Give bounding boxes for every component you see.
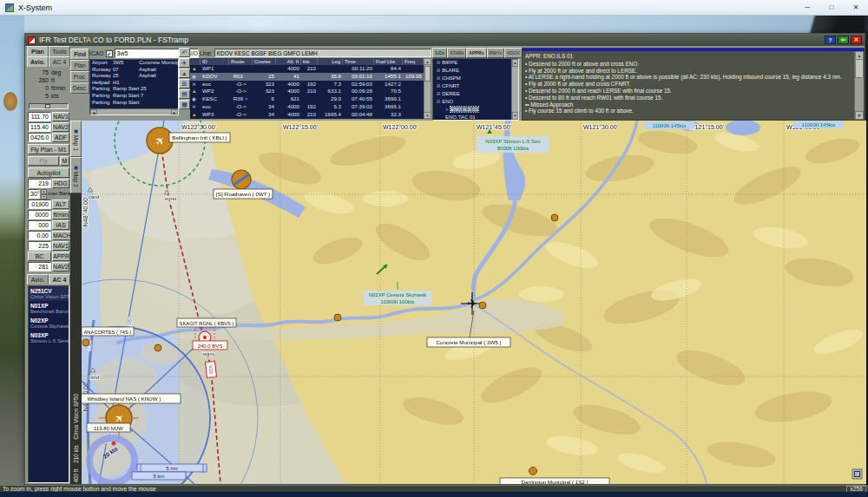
flight-plan-row[interactable]: ✈eoc-O->3440001926.307:39:023666.1 [190,103,424,111]
help-button[interactable]: ? [825,36,836,44]
os-minimize-button[interactable]: ─ [795,0,819,15]
concrete-airport-icon[interactable] [479,302,486,309]
tab-tools[interactable]: Tools [49,46,70,56]
tab-desc[interactable]: Desc. [70,82,89,94]
bellingham-airport-icon[interactable]: ✈ [147,128,173,154]
aircraft-list-item[interactable]: N01XPBeechcraft Baron 5 [29,301,69,316]
ap-alt-value[interactable]: 01900 [28,199,51,209]
scroll-up-icon[interactable]: ▲ [424,59,431,65]
tab-avio-lower[interactable]: Avio. [27,274,49,284]
map-zoom-slider[interactable] [29,103,69,109]
tab-map1[interactable]: ▣ Map 1 [70,121,82,157]
flight-plan-row[interactable]: ▲WP3-O->3440002101695.400:04:4832.3 [190,111,424,119]
scrollbar-thumb[interactable] [424,66,431,82]
description-scrollbar[interactable]: ▲▼ [854,51,864,120]
add-navaid-icon[interactable]: ▲ [179,69,190,78]
tab-proc[interactable]: Proc. [70,71,89,82]
expand-icon[interactable]: ⊞ [437,83,440,88]
ap-vs-value[interactable]: 0000 [28,210,51,219]
tree-item-expanded[interactable]: ⊟ENO [433,98,518,106]
fstramp-titlebar[interactable]: IFR Test DELTA CO to FORD.PLN - FSTramp … [25,34,865,46]
add-airplane-icon[interactable]: ✈ [179,58,190,68]
save-plan-icon[interactable]: ▦ [179,100,190,109]
table-scrollbar[interactable]: ▲ ▼ [424,58,431,119]
flight-plan-row[interactable]: ◉KESCR36▼662129.007:40:553690.1 [190,95,424,103]
ap-nav1-course[interactable]: 225 [28,241,51,251]
tab-plan-panel[interactable]: Plan [70,60,89,71]
tab-plan[interactable]: Plan [27,46,49,56]
expand-icon[interactable]: ⊞ [437,68,440,73]
ap-ias-button[interactable]: IAS [52,220,69,230]
scrollbar-thumb[interactable] [855,59,864,78]
scroll-up-icon[interactable]: ▲ [512,59,518,67]
floathaven-airport-icon[interactable] [232,170,251,189]
tab-stars[interactable]: STARs [447,48,466,58]
tab-sids[interactable]: SIDs [432,48,447,58]
adf-frequency[interactable]: 0426.0 [28,133,51,142]
tab-ac4-lower[interactable]: AC 4 [49,274,70,284]
small-airport-icon[interactable] [551,214,558,221]
max-bank-stepper[interactable]: ▴▾ [41,189,47,199]
tab-rwys[interactable]: RWYs [487,48,505,58]
insert-waypoint-icon[interactable]: ⊞ [179,79,190,88]
tree-item[interactable]: ⊞CFNRT [433,82,518,90]
nav1-frequency[interactable]: 111.70 [28,112,51,121]
plan-details-icon[interactable]: ▤ [179,89,190,99]
horizontal-scrollbar[interactable]: ◄► [90,108,178,114]
flight-plan-row[interactable]: ✈eoc-O->32340001927.302:59:031427.2 [190,81,424,88]
tree-item[interactable]: ⊞BLARE [433,67,518,75]
aircraft-list-item[interactable]: N02XPCessna Skyhawk [29,316,69,330]
io-line-value[interactable]: KDOV KESC BGSF BIEG GMFO LEMH [214,49,431,57]
flight-plan-row[interactable]: ▲WP2-O->3234000210633.100:09:2870.5 [190,88,424,95]
small-airport-icon[interactable] [334,314,341,321]
os-maximize-button[interactable]: □ [819,0,844,15]
ap-vs-button[interactable]: ft/min [52,210,69,219]
ap-ias-value[interactable]: 000 [28,220,51,230]
ap-alt-button[interactable]: ALT [52,199,69,209]
nav2-frequency[interactable]: 115.40 [28,122,51,132]
scroll-down-icon[interactable]: ▼ [512,112,518,120]
tree-item[interactable]: ⊞BIRPE [433,59,518,67]
tab-map2[interactable]: ▣ Map 2 [70,157,82,193]
tab-airport-kdov[interactable]: KDOV [504,48,523,58]
ap-hdg-value[interactable]: 219 [28,179,51,188]
fly-plan-button[interactable]: Fly Plan - M1 [28,144,69,154]
max-bank-value[interactable]: 30° [28,189,40,199]
darrington-airport-icon[interactable] [529,468,537,475]
tree-item[interactable]: ⊞CHSPM [433,75,518,82]
slider-thumb[interactable] [45,104,50,108]
icao-checkbox[interactable]: ✔ [106,50,113,57]
scroll-left-icon[interactable]: ◄ [90,109,97,114]
tab-ac4[interactable]: AC 4 [49,56,70,67]
undo-icon[interactable]: ↶ [179,48,190,57]
ap-mach-button[interactable]: MACH [52,231,72,240]
appr-button[interactable]: APPR [52,252,70,261]
expand-icon[interactable]: ⊞ [437,60,440,65]
tree-item-selected[interactable]: ►ENO.ILS 01 [433,106,518,114]
runway-dropdown-icon[interactable]: ▼ [244,74,248,79]
map-canvas[interactable]: W122°30.00'W122°15.00'W122°00.00'W121°45… [82,121,866,484]
adf-button[interactable]: ADF [52,133,69,142]
collapse-icon[interactable]: ⊟ [437,99,440,104]
scroll-down-icon[interactable]: ▼ [424,112,431,118]
tab-find[interactable]: Find [70,49,89,60]
expand-icon[interactable]: ⊞ [437,75,440,81]
ap-hdg-button[interactable]: HDG [52,179,69,188]
aircraft-list-item[interactable]: N251CVCirrus Vision SF50 [29,286,69,301]
map-corner-button[interactable] [852,469,862,479]
tree-item[interactable]: ⊞DEREE [433,90,518,98]
ap-mach-value[interactable]: 0.00 [28,231,51,240]
nav2-button[interactable]: NAV2 [52,122,69,132]
ap-nav1-button[interactable]: NAV1 [52,241,69,251]
tab-apprs[interactable]: APPRs [466,48,486,58]
dock-button[interactable]: ⇦ [838,36,849,44]
aircraft-list-item[interactable]: N03XPStinson L-5 Sentine [29,330,69,345]
expand-icon[interactable]: ⊞ [437,91,440,96]
tab-avio[interactable]: Avio. [27,56,49,67]
autopilot-button[interactable]: Autopilot [28,167,69,178]
os-close-button[interactable]: ✕ [844,0,868,15]
runway-dropdown-icon[interactable]: ▼ [244,96,248,101]
scroll-right-icon[interactable]: ► [171,109,178,114]
nav1-button[interactable]: NAV1 [52,112,69,121]
anacortes-airport-icon[interactable] [82,339,89,346]
